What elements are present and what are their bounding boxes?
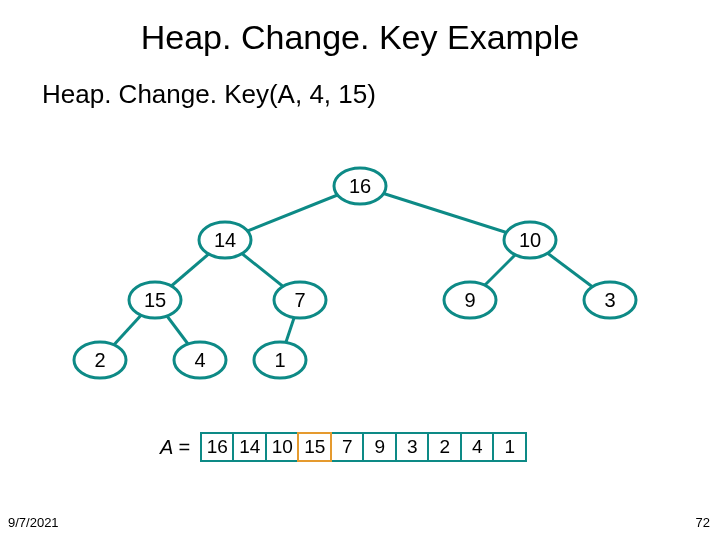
array-cells: 16141015793241 (200, 432, 528, 462)
node-10-label: 1 (274, 349, 285, 371)
node-5-label: 7 (294, 289, 305, 311)
node-4-label: 15 (144, 289, 166, 311)
array-cell-4: 7 (330, 432, 365, 462)
node-7-label: 3 (604, 289, 615, 311)
array-cell-9: 1 (492, 432, 527, 462)
node-2-label: 14 (214, 229, 236, 251)
footer-page: 72 (696, 515, 710, 530)
slide-title: Heap. Change. Key Example (0, 0, 720, 57)
footer-date: 9/7/2021 (8, 515, 59, 530)
heap-tree-diagram: 16 14 10 15 7 9 3 2 4 1 (0, 150, 720, 410)
array-cell-0: 16 (200, 432, 235, 462)
array-cell-2: 10 (265, 432, 300, 462)
array-cell-1: 14 (232, 432, 267, 462)
edge-1-3 (360, 186, 530, 240)
array-cell-8: 4 (460, 432, 495, 462)
array-cell-7: 2 (427, 432, 462, 462)
node-8-label: 2 (94, 349, 105, 371)
node-6-label: 9 (464, 289, 475, 311)
function-call: Heap. Change. Key(A, 4, 15) (0, 57, 720, 110)
node-1-label: 16 (349, 175, 371, 197)
array-label: A = (160, 436, 190, 459)
array-cell-3: 15 (297, 432, 332, 462)
array-row: A = 16141015793241 (160, 432, 527, 462)
array-cell-5: 9 (362, 432, 397, 462)
array-cell-6: 3 (395, 432, 430, 462)
node-3-label: 10 (519, 229, 541, 251)
node-9-label: 4 (194, 349, 205, 371)
